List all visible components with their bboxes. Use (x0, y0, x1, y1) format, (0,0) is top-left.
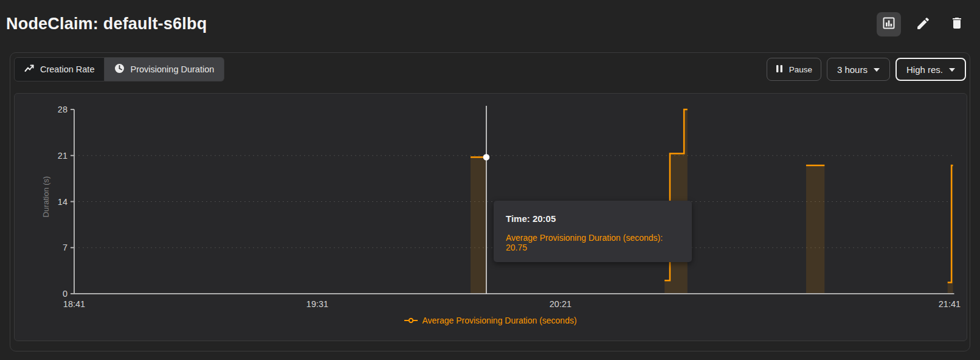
chart-area[interactable]: Duration (s) 0714212818:4119:3120:2121:4… (14, 93, 967, 341)
y-tick-label: 28 (58, 105, 67, 114)
pause-label: Pause (789, 65, 812, 74)
clock-icon (114, 63, 125, 75)
active-point (483, 154, 489, 160)
chart-view-button[interactable] (877, 12, 901, 36)
resolution-label: High res. (906, 64, 943, 75)
resolution-dropdown[interactable]: High res. (895, 58, 966, 81)
duration-chart[interactable]: 0714212818:4119:3120:2121:41 (15, 94, 968, 342)
x-tick-label: 18:41 (63, 299, 85, 309)
tab-label: Provisioning Duration (130, 64, 214, 74)
tooltip-time: Time: 20:05 (506, 213, 680, 224)
tab-provisioning-duration[interactable]: Provisioning Duration (105, 57, 224, 81)
series-line (948, 165, 953, 283)
chart-controls: Pause 3 hours High res. (767, 58, 966, 81)
tooltip-series-value: Average Provisioning Duration (seconds):… (506, 233, 680, 252)
y-tick-label: 14 (58, 197, 67, 207)
y-tick-label: 21 (58, 151, 67, 161)
nodeclaim-chart-panel: Creation Rate Provisioning Duration (10, 52, 970, 351)
chart-toolbar: Creation Rate Provisioning Duration (14, 57, 966, 81)
time-range-label: 3 hours (837, 64, 868, 75)
page-header: NodeClaim: default-s6lbq (0, 0, 980, 49)
pause-button[interactable]: Pause (767, 58, 821, 81)
legend-line-icon (404, 315, 418, 326)
bar-chart-icon (882, 16, 896, 33)
pause-icon (776, 64, 783, 75)
tab-creation-rate[interactable]: Creation Rate (14, 57, 105, 81)
chevron-down-icon (949, 68, 955, 72)
delete-button[interactable] (945, 12, 969, 36)
chart-tooltip: Time: 20:05 Average Provisioning Duratio… (494, 201, 692, 262)
series-area (806, 165, 824, 294)
x-tick-label: 20:21 (550, 299, 571, 309)
y-tick-label: 7 (63, 243, 67, 252)
y-tick-label: 0 (63, 289, 67, 299)
legend-label: Average Provisioning Duration (seconds) (422, 316, 576, 325)
trash-icon (950, 16, 964, 33)
pencil-icon (916, 16, 931, 33)
chevron-down-icon (874, 68, 880, 72)
header-actions (877, 12, 969, 36)
time-range-dropdown[interactable]: 3 hours (827, 58, 890, 81)
page-title: NodeClaim: default-s6lbq (6, 15, 207, 33)
trend-line-icon (24, 63, 35, 75)
chart-legend[interactable]: Average Provisioning Duration (seconds) (15, 315, 967, 326)
chart-tabs: Creation Rate Provisioning Duration (14, 57, 224, 81)
x-tick-label: 21:41 (939, 299, 961, 309)
edit-button[interactable] (911, 12, 935, 36)
x-tick-label: 19:31 (306, 299, 328, 309)
series-area (471, 157, 486, 294)
tab-label: Creation Rate (40, 64, 94, 74)
